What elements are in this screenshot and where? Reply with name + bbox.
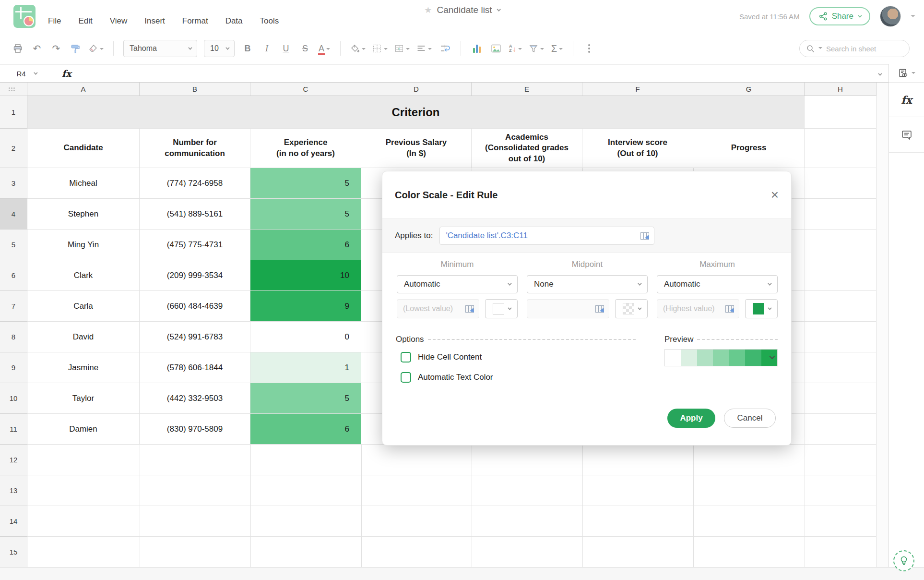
automatic-text-color-checkbox[interactable]: [401, 372, 411, 383]
name-box-chevron-icon[interactable]: [34, 71, 37, 74]
row-header-11[interactable]: 11: [0, 414, 27, 445]
cell-criterion-title[interactable]: Criterion: [27, 96, 805, 129]
name-box[interactable]: R4: [0, 70, 53, 78]
range-picker-icon[interactable]: [725, 305, 734, 313]
range-picker-icon[interactable]: [595, 305, 604, 313]
cell-header-salary[interactable]: Previous Salary (In $): [361, 129, 472, 168]
insert-image-button[interactable]: [490, 40, 502, 57]
user-avatar[interactable]: [880, 6, 901, 27]
italic-button[interactable]: I: [261, 40, 273, 57]
merge-cells-button[interactable]: a: [394, 40, 410, 57]
midpoint-color-picker[interactable]: [615, 299, 648, 318]
cell-header-candidate[interactable]: Candidate: [27, 129, 140, 168]
minimum-value-input[interactable]: (Lowest value): [397, 299, 479, 318]
column-header-a[interactable]: A: [27, 83, 140, 96]
row-header-9[interactable]: 9: [0, 352, 27, 383]
cells-empty-range[interactable]: [27, 445, 877, 475]
bold-button[interactable]: B: [241, 40, 254, 57]
midpoint-value-input[interactable]: [527, 299, 609, 318]
cell-phone[interactable]: (209) 999-3534: [140, 260, 250, 291]
menu-data[interactable]: Data: [225, 16, 243, 26]
strikethrough-button[interactable]: S: [299, 40, 311, 57]
format-painter-button[interactable]: [69, 40, 82, 57]
minimum-color-picker[interactable]: [485, 299, 518, 318]
column-header-c[interactable]: C: [250, 83, 361, 96]
row-header-4[interactable]: 4: [0, 199, 27, 230]
row-header-8[interactable]: 8: [0, 322, 27, 352]
row-header-6[interactable]: 6: [0, 260, 27, 291]
column-header-f[interactable]: F: [582, 83, 693, 96]
font-color-button[interactable]: A: [318, 40, 331, 57]
cell-experience[interactable]: 9: [250, 291, 361, 322]
comments-button[interactable]: [889, 117, 924, 153]
cell-phone[interactable]: (774) 724-6958: [140, 168, 250, 199]
cell-empty[interactable]: [805, 129, 877, 168]
row-header-13[interactable]: 13: [0, 475, 27, 506]
cell-header-interview[interactable]: Interview score (Out of 10): [582, 129, 693, 168]
cell-experience[interactable]: 1: [250, 352, 361, 383]
scrollbar-gutter[interactable]: [877, 83, 888, 567]
title-chevron-icon[interactable]: [497, 7, 501, 11]
borders-button[interactable]: [372, 40, 388, 57]
print-button[interactable]: [12, 40, 24, 57]
cell-experience[interactable]: 0: [250, 322, 361, 352]
filter-button[interactable]: [529, 40, 544, 57]
search-input[interactable]: [826, 45, 898, 53]
maximum-color-picker[interactable]: [745, 299, 778, 318]
row-header-7[interactable]: 7: [0, 291, 27, 322]
maximum-value-input[interactable]: (Highest value): [657, 299, 739, 318]
cell-experience[interactable]: 5: [250, 168, 361, 199]
row-header-5[interactable]: 5: [0, 230, 27, 260]
column-header-e[interactable]: E: [472, 83, 582, 96]
cell-phone[interactable]: (524) 991-6783: [140, 322, 250, 352]
apply-button[interactable]: Apply: [667, 409, 715, 428]
clear-format-button[interactable]: [88, 40, 104, 57]
cell-phone[interactable]: (541) 889-5161: [140, 199, 250, 230]
zia-assistant-button[interactable]: [893, 550, 914, 571]
cells-empty-range[interactable]: [27, 475, 877, 506]
menu-view[interactable]: View: [110, 16, 128, 26]
minimum-type-select[interactable]: Automatic: [397, 275, 518, 293]
cell-candidate-name[interactable]: Carla: [27, 291, 140, 322]
cell-candidate-name[interactable]: Taylor: [27, 383, 140, 414]
cell-phone[interactable]: (830) 970-5809: [140, 414, 250, 445]
cell-experience[interactable]: 5: [250, 383, 361, 414]
insert-chart-button[interactable]: [471, 40, 483, 57]
menu-insert[interactable]: Insert: [144, 16, 165, 26]
fill-color-button[interactable]: [350, 40, 366, 57]
font-family-select[interactable]: Tahoma: [123, 40, 197, 57]
menu-edit[interactable]: Edit: [78, 16, 92, 26]
menu-file[interactable]: File: [48, 16, 61, 26]
row-header-1[interactable]: 1: [0, 96, 27, 129]
cells-empty-range[interactable]: [27, 506, 877, 537]
cell-header-academics[interactable]: Academics (Consolidated grades out of 10…: [472, 129, 582, 168]
midpoint-type-select[interactable]: None: [527, 275, 648, 293]
cancel-button[interactable]: Cancel: [724, 409, 776, 428]
undo-button[interactable]: ↶: [31, 40, 43, 57]
sheet-search[interactable]: [799, 40, 910, 57]
column-header-g[interactable]: G: [693, 83, 805, 96]
column-header-d[interactable]: D: [361, 83, 472, 96]
range-picker-icon[interactable]: [465, 305, 474, 313]
cell-phone[interactable]: (442) 332-9503: [140, 383, 250, 414]
cell-header-number[interactable]: Number for communication: [140, 129, 250, 168]
cell-candidate-name[interactable]: Ming Yin: [27, 230, 140, 260]
cell-candidate-name[interactable]: Damien: [27, 414, 140, 445]
wrap-text-button[interactable]: [438, 40, 451, 57]
hide-cell-content-checkbox[interactable]: [401, 352, 411, 362]
range-picker-icon[interactable]: [640, 232, 649, 240]
column-header-b[interactable]: B: [140, 83, 250, 96]
cell-candidate-name[interactable]: Stephen: [27, 199, 140, 230]
cell-phone[interactable]: (660) 484-4639: [140, 291, 250, 322]
document-title-group[interactable]: Candidate list: [424, 5, 499, 15]
sheet-view-button[interactable]: [889, 64, 924, 83]
cell-experience[interactable]: 6: [250, 414, 361, 445]
redo-button[interactable]: ↷: [50, 40, 62, 57]
underline-button[interactable]: U: [280, 40, 292, 57]
insert-function-button[interactable]: fx: [889, 83, 924, 117]
cell-phone[interactable]: (578) 606-1844: [140, 352, 250, 383]
select-all-corner[interactable]: [0, 83, 27, 96]
font-size-select[interactable]: 10: [204, 40, 235, 57]
color-scale-preview[interactable]: [664, 349, 778, 366]
row-header-10[interactable]: 10: [0, 383, 27, 414]
